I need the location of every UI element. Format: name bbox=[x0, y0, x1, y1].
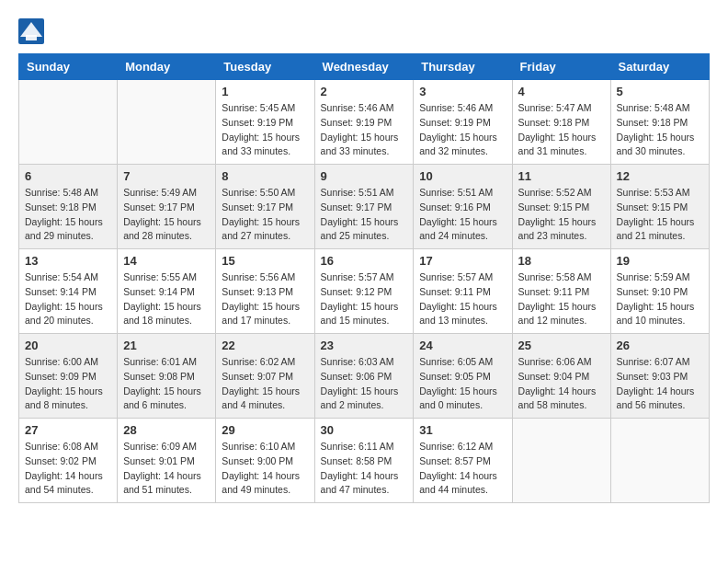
day-info: Sunrise: 5:56 AM Sunset: 9:13 PM Dayligh… bbox=[222, 270, 308, 328]
day-info: Sunrise: 5:55 AM Sunset: 9:14 PM Dayligh… bbox=[123, 270, 210, 328]
day-number: 19 bbox=[617, 254, 703, 268]
day-info: Sunrise: 6:11 AM Sunset: 8:58 PM Dayligh… bbox=[321, 440, 408, 498]
calendar-cell bbox=[118, 80, 216, 165]
col-header-sunday: Sunday bbox=[19, 54, 118, 80]
calendar-cell: 24Sunrise: 6:05 AM Sunset: 9:05 PM Dayli… bbox=[414, 334, 512, 419]
day-number: 6 bbox=[25, 169, 111, 183]
calendar-cell: 3Sunrise: 5:46 AM Sunset: 9:19 PM Daylig… bbox=[414, 80, 512, 165]
day-info: Sunrise: 6:10 AM Sunset: 9:00 PM Dayligh… bbox=[222, 440, 308, 498]
calendar-cell: 2Sunrise: 5:46 AM Sunset: 9:19 PM Daylig… bbox=[314, 80, 414, 165]
day-number: 11 bbox=[518, 169, 605, 183]
calendar-week-row: 1Sunrise: 5:45 AM Sunset: 9:19 PM Daylig… bbox=[19, 80, 710, 165]
calendar-cell: 20Sunrise: 6:00 AM Sunset: 9:09 PM Dayli… bbox=[19, 334, 118, 419]
day-number: 17 bbox=[419, 254, 506, 268]
day-info: Sunrise: 5:57 AM Sunset: 9:11 PM Dayligh… bbox=[419, 270, 506, 328]
col-header-tuesday: Tuesday bbox=[216, 54, 314, 80]
calendar-week-row: 13Sunrise: 5:54 AM Sunset: 9:14 PM Dayli… bbox=[19, 249, 710, 334]
day-info: Sunrise: 5:52 AM Sunset: 9:15 PM Dayligh… bbox=[518, 186, 605, 244]
calendar-cell: 15Sunrise: 5:56 AM Sunset: 9:13 PM Dayli… bbox=[216, 249, 314, 334]
calendar-cell bbox=[610, 419, 709, 503]
calendar-cell bbox=[512, 419, 610, 503]
day-number: 8 bbox=[222, 169, 308, 183]
day-info: Sunrise: 5:47 AM Sunset: 9:18 PM Dayligh… bbox=[518, 101, 605, 159]
svg-rect-2 bbox=[26, 35, 37, 40]
calendar-cell: 5Sunrise: 5:48 AM Sunset: 9:18 PM Daylig… bbox=[610, 80, 709, 165]
day-info: Sunrise: 5:48 AM Sunset: 9:18 PM Dayligh… bbox=[25, 186, 111, 244]
calendar-week-row: 6Sunrise: 5:48 AM Sunset: 9:18 PM Daylig… bbox=[19, 165, 710, 249]
day-number: 12 bbox=[617, 169, 703, 183]
day-info: Sunrise: 5:54 AM Sunset: 9:14 PM Dayligh… bbox=[25, 270, 111, 328]
day-info: Sunrise: 6:00 AM Sunset: 9:09 PM Dayligh… bbox=[25, 355, 111, 413]
calendar-week-row: 20Sunrise: 6:00 AM Sunset: 9:09 PM Dayli… bbox=[19, 334, 710, 419]
calendar-cell: 13Sunrise: 5:54 AM Sunset: 9:14 PM Dayli… bbox=[19, 249, 118, 334]
calendar-cell: 31Sunrise: 6:12 AM Sunset: 8:57 PM Dayli… bbox=[414, 419, 512, 503]
calendar-cell: 14Sunrise: 5:55 AM Sunset: 9:14 PM Dayli… bbox=[118, 249, 216, 334]
day-info: Sunrise: 6:02 AM Sunset: 9:07 PM Dayligh… bbox=[222, 355, 308, 413]
day-info: Sunrise: 5:51 AM Sunset: 9:16 PM Dayligh… bbox=[419, 186, 506, 244]
calendar-cell: 8Sunrise: 5:50 AM Sunset: 9:17 PM Daylig… bbox=[216, 165, 314, 249]
calendar-cell: 4Sunrise: 5:47 AM Sunset: 9:18 PM Daylig… bbox=[512, 80, 610, 165]
calendar-cell: 10Sunrise: 5:51 AM Sunset: 9:16 PM Dayli… bbox=[414, 165, 512, 249]
day-number: 14 bbox=[123, 254, 210, 268]
calendar-cell: 17Sunrise: 5:57 AM Sunset: 9:11 PM Dayli… bbox=[414, 249, 512, 334]
calendar-cell: 18Sunrise: 5:58 AM Sunset: 9:11 PM Dayli… bbox=[512, 249, 610, 334]
day-info: Sunrise: 6:05 AM Sunset: 9:05 PM Dayligh… bbox=[419, 355, 506, 413]
calendar-cell: 22Sunrise: 6:02 AM Sunset: 9:07 PM Dayli… bbox=[216, 334, 314, 419]
day-number: 5 bbox=[617, 85, 703, 98]
day-info: Sunrise: 6:01 AM Sunset: 9:08 PM Dayligh… bbox=[123, 355, 210, 413]
calendar-cell: 11Sunrise: 5:52 AM Sunset: 9:15 PM Dayli… bbox=[512, 165, 610, 249]
calendar-cell: 28Sunrise: 6:09 AM Sunset: 9:01 PM Dayli… bbox=[118, 419, 216, 503]
calendar: SundayMondayTuesdayWednesdayThursdayFrid… bbox=[18, 53, 710, 503]
day-number: 15 bbox=[222, 254, 308, 268]
calendar-cell: 26Sunrise: 6:07 AM Sunset: 9:03 PM Dayli… bbox=[610, 334, 709, 419]
day-info: Sunrise: 6:09 AM Sunset: 9:01 PM Dayligh… bbox=[123, 440, 210, 498]
day-number: 21 bbox=[123, 339, 210, 352]
calendar-header-row: SundayMondayTuesdayWednesdayThursdayFrid… bbox=[19, 54, 710, 80]
day-info: Sunrise: 5:48 AM Sunset: 9:18 PM Dayligh… bbox=[617, 101, 703, 159]
day-info: Sunrise: 6:03 AM Sunset: 9:06 PM Dayligh… bbox=[321, 355, 408, 413]
calendar-cell: 1Sunrise: 5:45 AM Sunset: 9:19 PM Daylig… bbox=[216, 80, 314, 165]
col-header-thursday: Thursday bbox=[414, 54, 512, 80]
calendar-cell: 6Sunrise: 5:48 AM Sunset: 9:18 PM Daylig… bbox=[19, 165, 118, 249]
day-number: 2 bbox=[321, 85, 408, 98]
calendar-cell: 16Sunrise: 5:57 AM Sunset: 9:12 PM Dayli… bbox=[314, 249, 414, 334]
day-info: Sunrise: 6:12 AM Sunset: 8:57 PM Dayligh… bbox=[419, 440, 506, 498]
day-info: Sunrise: 6:06 AM Sunset: 9:04 PM Dayligh… bbox=[518, 355, 605, 413]
day-info: Sunrise: 5:57 AM Sunset: 9:12 PM Dayligh… bbox=[321, 270, 408, 328]
col-header-saturday: Saturday bbox=[610, 54, 709, 80]
day-info: Sunrise: 5:45 AM Sunset: 9:19 PM Dayligh… bbox=[222, 101, 308, 159]
day-number: 30 bbox=[321, 423, 408, 437]
calendar-cell: 7Sunrise: 5:49 AM Sunset: 9:17 PM Daylig… bbox=[118, 165, 216, 249]
day-number: 29 bbox=[222, 423, 308, 437]
day-info: Sunrise: 5:46 AM Sunset: 9:19 PM Dayligh… bbox=[321, 101, 408, 159]
day-number: 24 bbox=[419, 339, 506, 352]
calendar-cell: 12Sunrise: 5:53 AM Sunset: 9:15 PM Dayli… bbox=[610, 165, 709, 249]
calendar-cell: 23Sunrise: 6:03 AM Sunset: 9:06 PM Dayli… bbox=[314, 334, 414, 419]
day-number: 1 bbox=[222, 85, 308, 98]
day-number: 9 bbox=[321, 169, 408, 183]
day-number: 4 bbox=[518, 85, 605, 98]
day-info: Sunrise: 6:07 AM Sunset: 9:03 PM Dayligh… bbox=[617, 355, 703, 413]
day-info: Sunrise: 5:58 AM Sunset: 9:11 PM Dayligh… bbox=[518, 270, 605, 328]
day-number: 25 bbox=[518, 339, 605, 352]
calendar-cell bbox=[19, 80, 118, 165]
calendar-cell: 29Sunrise: 6:10 AM Sunset: 9:00 PM Dayli… bbox=[216, 419, 314, 503]
day-number: 27 bbox=[25, 423, 111, 437]
day-number: 22 bbox=[222, 339, 308, 352]
calendar-cell: 25Sunrise: 6:06 AM Sunset: 9:04 PM Dayli… bbox=[512, 334, 610, 419]
col-header-friday: Friday bbox=[512, 54, 610, 80]
calendar-week-row: 27Sunrise: 6:08 AM Sunset: 9:02 PM Dayli… bbox=[19, 419, 710, 503]
day-number: 26 bbox=[617, 339, 703, 352]
day-info: Sunrise: 6:08 AM Sunset: 9:02 PM Dayligh… bbox=[25, 440, 111, 498]
day-number: 7 bbox=[123, 169, 210, 183]
col-header-wednesday: Wednesday bbox=[314, 54, 414, 80]
day-number: 18 bbox=[518, 254, 605, 268]
day-info: Sunrise: 5:51 AM Sunset: 9:17 PM Dayligh… bbox=[321, 186, 408, 244]
day-number: 16 bbox=[321, 254, 408, 268]
calendar-cell: 30Sunrise: 6:11 AM Sunset: 8:58 PM Dayli… bbox=[314, 419, 414, 503]
day-info: Sunrise: 5:53 AM Sunset: 9:15 PM Dayligh… bbox=[617, 186, 703, 244]
day-number: 23 bbox=[321, 339, 408, 352]
day-number: 10 bbox=[419, 169, 506, 183]
day-info: Sunrise: 5:46 AM Sunset: 9:19 PM Dayligh… bbox=[419, 101, 506, 159]
day-number: 3 bbox=[419, 85, 506, 98]
